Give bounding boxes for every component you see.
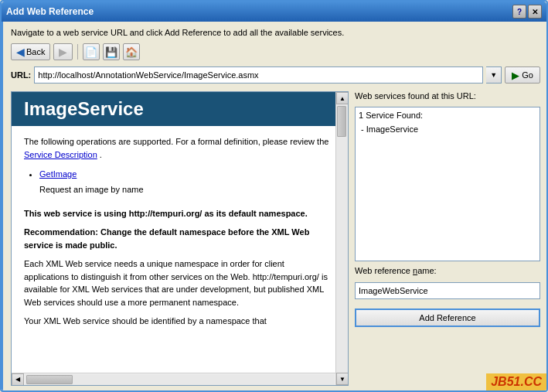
service-description-link[interactable]: Service Description bbox=[24, 150, 97, 159]
list-item: GetImage Request an image by name bbox=[39, 167, 329, 198]
nav-bar: ◀ Back ▶ 📄 💾 🏠 bbox=[11, 43, 540, 60]
services-list-inner: 1 Service Found: - ImageService bbox=[359, 111, 536, 134]
dialog-window: Add Web Reference ? ✕ Navigate to a web … bbox=[0, 0, 548, 392]
h-scroll-track bbox=[25, 374, 335, 385]
web-ref-name-input[interactable] bbox=[355, 282, 540, 299]
page-icon-button[interactable]: 📄 bbox=[83, 43, 100, 60]
forward-arrow-icon: ▶ bbox=[59, 46, 67, 58]
left-panel-scrollbar: ▲ ▼ bbox=[335, 92, 348, 385]
operations-list: GetImage Request an image by name bbox=[39, 167, 329, 198]
go-button[interactable]: ▶ Go bbox=[505, 66, 540, 84]
ops-text-end: . bbox=[100, 150, 102, 159]
dialog-title: Add Web Reference bbox=[6, 6, 94, 17]
notice2: Recommendation: Change the default names… bbox=[24, 226, 329, 251]
notice1-bold: This web service is using http://tempuri… bbox=[24, 209, 308, 218]
go-label: Go bbox=[522, 70, 533, 80]
horizontal-scrollbar: ◀ ▶ bbox=[12, 373, 348, 385]
title-bar-buttons: ? ✕ bbox=[512, 5, 542, 19]
url-label: URL: bbox=[11, 70, 31, 80]
add-reference-button[interactable]: Add Reference bbox=[355, 308, 540, 327]
home-icon: 🏠 bbox=[125, 46, 138, 58]
back-button[interactable]: ◀ Back bbox=[11, 43, 50, 60]
scroll-track bbox=[336, 104, 348, 373]
back-arrow-icon: ◀ bbox=[16, 46, 25, 58]
watermark: JB51.CC bbox=[486, 373, 546, 390]
home-icon-button[interactable]: 🏠 bbox=[123, 43, 140, 60]
service-title: ImageService bbox=[12, 92, 342, 126]
service-item: - ImageService bbox=[359, 124, 524, 134]
right-panel: Web services found at this URL: 1 Servic… bbox=[355, 91, 540, 386]
scroll-up-arrow[interactable]: ▲ bbox=[336, 92, 349, 104]
dialog-body: Navigate to a web service URL and click … bbox=[2, 22, 548, 392]
services-list-box: 1 Service Found: - ImageService bbox=[355, 107, 540, 261]
scroll-thumb[interactable] bbox=[337, 106, 346, 137]
help-button[interactable]: ? bbox=[512, 5, 526, 19]
nav-separator bbox=[77, 44, 78, 60]
back-label: Back bbox=[26, 47, 45, 56]
left-panel: ImageService The following operations ar… bbox=[11, 91, 349, 386]
services-count: 1 Service Found: bbox=[359, 111, 524, 120]
close-button[interactable]: ✕ bbox=[528, 5, 542, 19]
operations-desc: The following operations are supported. … bbox=[24, 135, 329, 161]
url-bar: URL: ▼ ▶ Go bbox=[11, 66, 540, 84]
services-found-label: Web services found at this URL: bbox=[355, 91, 540, 101]
web-ref-name-label: Web reference name: bbox=[355, 266, 540, 275]
url-dropdown[interactable]: ▼ bbox=[486, 66, 502, 84]
content-area: ImageService The following operations ar… bbox=[11, 91, 540, 386]
ops-text: The following operations are supported. … bbox=[24, 137, 328, 146]
notice2-bold: Recommendation: Change the default names… bbox=[24, 227, 309, 250]
method-description: Request an image by name bbox=[39, 185, 144, 194]
go-arrow-icon: ▶ bbox=[512, 70, 519, 81]
notice3: Each XML Web service needs a unique name… bbox=[24, 257, 329, 308]
title-bar: Add Web Reference ? ✕ bbox=[2, 2, 546, 22]
notice4: Your XML Web service should be identifie… bbox=[24, 315, 329, 328]
get-image-link[interactable]: GetImage bbox=[39, 169, 77, 179]
scroll-left-arrow[interactable]: ◀ bbox=[12, 373, 24, 386]
left-panel-inner: ImageService The following operations ar… bbox=[12, 92, 348, 373]
h-scroll-thumb[interactable] bbox=[26, 375, 73, 384]
scroll-down-arrow[interactable]: ▼ bbox=[336, 373, 349, 385]
description-text: Navigate to a web service URL and click … bbox=[11, 28, 540, 37]
notice1: This web service is using http://tempuri… bbox=[24, 207, 329, 220]
save-icon: 💾 bbox=[105, 46, 117, 58]
save-icon-button[interactable]: 💾 bbox=[103, 43, 120, 60]
forward-button[interactable]: ▶ bbox=[53, 43, 73, 60]
url-input[interactable] bbox=[34, 66, 483, 84]
page-icon: 📄 bbox=[85, 46, 97, 58]
